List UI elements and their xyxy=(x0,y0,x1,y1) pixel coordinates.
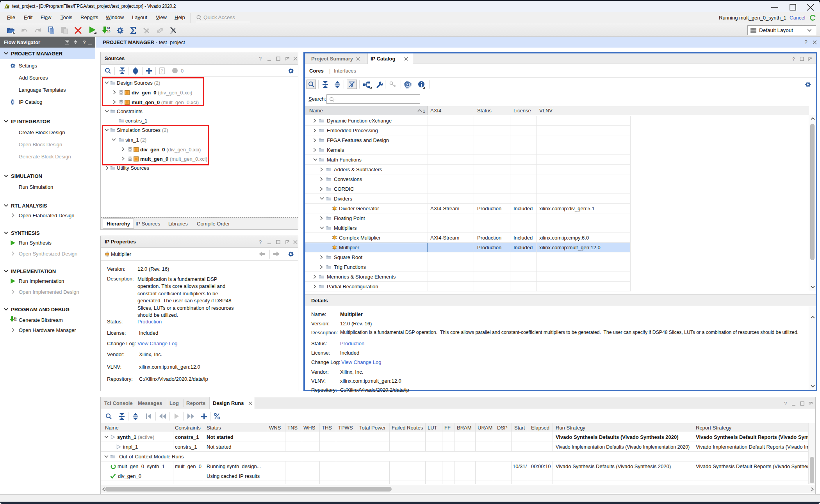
svg-text:?: ? xyxy=(784,401,787,406)
svg-text:10: 10 xyxy=(107,30,110,33)
svg-text:10: 10 xyxy=(14,319,17,321)
svg-text:?: ? xyxy=(259,239,262,245)
svg-text:?: ? xyxy=(259,56,262,61)
svg-text:?: ? xyxy=(83,39,86,45)
svg-text:?: ? xyxy=(161,69,163,73)
